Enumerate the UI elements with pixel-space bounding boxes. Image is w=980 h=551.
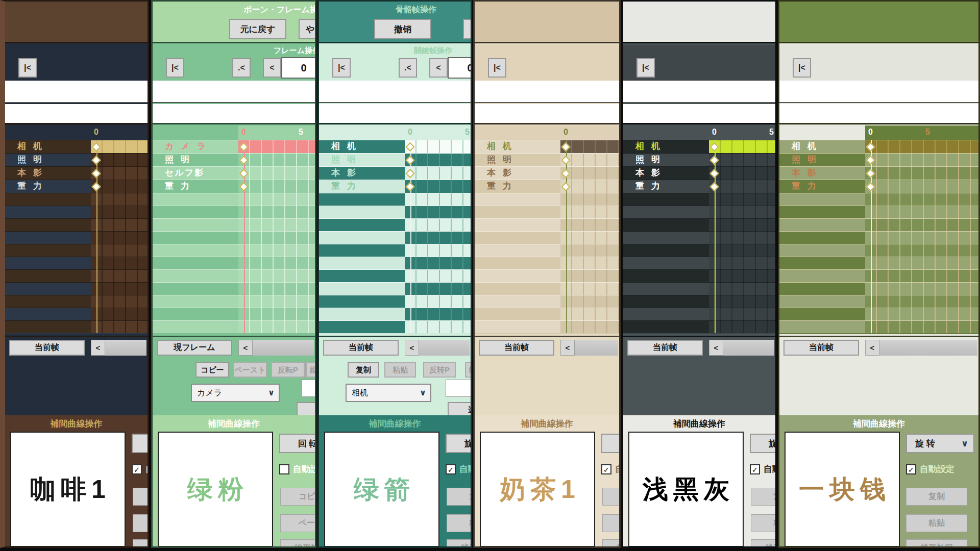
track-label[interactable]: 相机 — [5, 140, 91, 153]
top-button[interactable]: 元に戻す — [229, 19, 286, 39]
scrollbar-track[interactable] — [723, 340, 774, 356]
timeline-grid-row[interactable] — [709, 218, 775, 231]
timeline-grid-row[interactable] — [865, 206, 978, 218]
timeline-grid-row[interactable] — [91, 295, 148, 308]
range-frame-input[interactable] — [302, 380, 316, 397]
scroll-left-icon[interactable]: < — [865, 340, 879, 356]
curve-copy-button[interactable]: 复制 — [751, 488, 777, 506]
keyframe-diamond-icon[interactable] — [561, 142, 570, 151]
keyframe-diamond-icon[interactable] — [866, 142, 875, 151]
go-to-start-button[interactable]: |< — [166, 58, 184, 78]
curve-paste-button[interactable]: ペース — [280, 514, 316, 532]
timeline-grid-row[interactable] — [238, 320, 315, 333]
auto-set-option[interactable]: ✓ 自動設定 — [446, 463, 472, 475]
timeline-grid-row[interactable] — [709, 320, 775, 333]
timeline-grid-row[interactable] — [560, 193, 619, 206]
go-to-start-button[interactable]: |< — [488, 58, 506, 78]
model-name-field[interactable] — [5, 81, 148, 103]
curve-paste-button[interactable]: 粘贴 — [906, 514, 967, 532]
timeline-grid-row[interactable] — [865, 295, 978, 308]
bone-name-field[interactable] — [623, 104, 775, 124]
model-name-field[interactable] — [623, 81, 775, 103]
timeline-grid-row[interactable] — [405, 206, 471, 218]
timeline-grid-row[interactable] — [560, 320, 619, 333]
auto-set-checkbox[interactable]: ✓ — [446, 464, 456, 474]
timeline-grid-row[interactable] — [405, 218, 471, 231]
curve-copy-button[interactable]: 复制 — [906, 488, 967, 506]
linear-interpolation-button[interactable]: 线形补间 — [751, 539, 777, 548]
model-name-field[interactable] — [475, 81, 619, 103]
track-label[interactable]: 本影 — [319, 166, 405, 180]
frame-number-input[interactable] — [281, 57, 316, 79]
keyframe-diamond-icon[interactable] — [91, 155, 101, 164]
scrollbar-track[interactable] — [879, 340, 977, 356]
auto-set-option[interactable]: ✓ 自動設定 — [132, 463, 149, 475]
timeline-grid-row[interactable] — [560, 180, 619, 193]
go-to-start-button[interactable]: |< — [332, 58, 351, 78]
go-to-start-button[interactable]: |< — [18, 58, 37, 78]
timeline-scrollbar[interactable]: < — [865, 340, 977, 356]
invert-paste-button[interactable]: 反転P — [271, 362, 305, 378]
timeline-grid-row[interactable] — [560, 231, 619, 244]
timeline-grid-row[interactable] — [91, 140, 148, 153]
keyframe-diamond-icon[interactable] — [239, 182, 248, 191]
scrollbar-track[interactable] — [253, 340, 314, 356]
timeline-grid-row[interactable] — [560, 295, 619, 308]
keyframe-diamond-icon[interactable] — [239, 155, 248, 164]
timeline-frame-ruler[interactable]: 0 5 — [779, 126, 978, 140]
auto-set-checkbox[interactable]: ✓ — [750, 464, 760, 474]
timeline-grid-row[interactable] — [405, 257, 471, 269]
bone-name-field[interactable] — [475, 104, 619, 124]
timeline-grid-row[interactable] — [560, 257, 619, 269]
timeline-grid-row[interactable] — [91, 218, 148, 231]
timeline-scrollbar[interactable]: < — [91, 340, 146, 356]
curve-copy-button[interactable]: 复制 — [447, 488, 472, 506]
timeline-grid-row[interactable] — [405, 282, 471, 295]
paste-button[interactable]: ペースト — [233, 362, 267, 378]
timeline-grid-row[interactable] — [238, 282, 315, 295]
auto-set-checkbox[interactable]: ✓ — [906, 464, 916, 474]
top-button[interactable]: や — [299, 19, 316, 39]
timeline-grid-row[interactable] — [405, 244, 471, 257]
timeline-grid-row[interactable] — [560, 218, 619, 231]
curve-paste-button[interactable]: 粘贴 — [133, 514, 149, 532]
track-label[interactable]: 照明 — [475, 153, 560, 166]
auto-set-option[interactable]: ✓ 自動設定 — [906, 463, 954, 475]
curve-paste-button[interactable]: 粘贴 — [602, 514, 621, 532]
curve-copy-button[interactable]: 复制 — [602, 488, 621, 506]
prev-keyframe-button[interactable]: .< — [399, 58, 417, 78]
timeline-grid-row[interactable] — [91, 320, 148, 333]
track-label[interactable]: 照明 — [623, 153, 709, 166]
keyframe-diamond-icon[interactable] — [239, 168, 248, 178]
timeline-grid-row[interactable] — [709, 153, 775, 166]
timeline-grid-row[interactable] — [238, 218, 315, 231]
vertical-copy-button[interactable]: 縦 — [306, 362, 316, 378]
track-label[interactable]: 照明 — [779, 153, 865, 166]
timeline-grid-row[interactable] — [238, 244, 315, 257]
timeline-grid-row[interactable] — [91, 244, 148, 257]
target-select-dropdown[interactable]: 相机 ∨ — [346, 384, 431, 402]
top-button[interactable]: 撤销 — [374, 19, 431, 39]
rotation-select-button[interactable]: 旋转 — [132, 434, 149, 453]
track-label[interactable]: 相机 — [319, 140, 405, 153]
model-name-field[interactable] — [319, 81, 471, 103]
track-label[interactable]: 重力 — [319, 180, 405, 193]
keyframe-diamond-icon[interactable] — [709, 155, 719, 164]
timeline-frame-ruler[interactable]: 0 — [475, 126, 619, 140]
timeline-scrollbar[interactable]: < — [709, 340, 774, 356]
keyframe-diamond-icon[interactable] — [561, 182, 570, 191]
keyframe-diamond-icon[interactable] — [91, 168, 101, 178]
timeline-grid-row[interactable] — [405, 193, 471, 206]
timeline-grid-row[interactable] — [405, 180, 471, 193]
track-label[interactable]: 照明 — [153, 153, 238, 166]
keyframe-diamond-icon[interactable] — [866, 182, 875, 191]
timeline-scrollbar[interactable]: < — [238, 340, 314, 356]
scroll-left-icon[interactable]: < — [238, 340, 253, 356]
linear-interpolation-button[interactable]: 线形补间 — [447, 539, 472, 548]
timeline-grid-row[interactable] — [238, 140, 315, 153]
timeline-grid-row[interactable] — [709, 244, 775, 257]
auto-set-checkbox[interactable]: ✓ — [132, 464, 142, 474]
keyframe-diamond-icon[interactable] — [91, 142, 101, 151]
track-label[interactable]: 相机 — [779, 140, 865, 153]
scrollbar-track[interactable] — [105, 340, 146, 356]
